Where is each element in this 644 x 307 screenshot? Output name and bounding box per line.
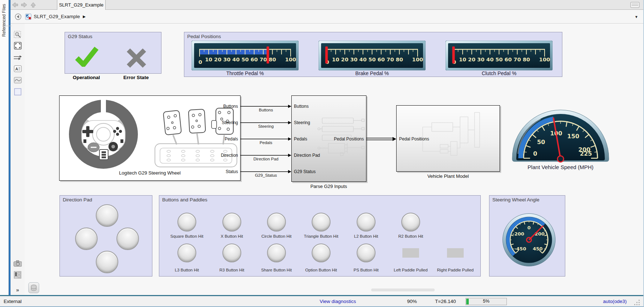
up-icon[interactable] — [30, 2, 36, 8]
dpad-down-lamp[interactable] — [96, 251, 118, 273]
view-diagnostics-link[interactable]: View diagnostics — [320, 299, 356, 304]
share-button-lamp[interactable] — [267, 243, 286, 262]
forward-icon[interactable] — [21, 2, 27, 8]
in-port-steering: Steering — [294, 120, 337, 126]
hide-navigation-icon[interactable] — [15, 13, 21, 20]
lamp-label: L2 Button Hit — [345, 234, 387, 238]
x-button-lamp[interactable] — [222, 213, 241, 232]
svg-text:30: 30 — [477, 57, 484, 62]
toolbar-divider — [3, 26, 12, 26]
g29-wheel-illustration — [62, 99, 238, 169]
lamp-label: Option Button Hit — [300, 268, 342, 272]
throttle-gauge[interactable]: 01020304050607080100 — [192, 41, 299, 70]
annotation-icon[interactable]: A — [13, 65, 22, 73]
progress-bar: 5% — [465, 298, 507, 305]
left-paddle-indicator[interactable] — [402, 248, 419, 258]
triangle-button-lamp[interactable] — [312, 213, 331, 232]
lamp-label: X Button Hit — [210, 234, 253, 238]
signal-label: G29_Status — [244, 173, 288, 177]
status-bar: External View diagnostics 90% T=26.140 5… — [0, 295, 644, 307]
progress-percent: 5% — [466, 299, 506, 304]
svg-text:100: 100 — [539, 57, 550, 62]
error-state-label: Error State — [111, 75, 161, 80]
svg-text:30: 30 — [223, 57, 230, 62]
svg-text:-200: -200 — [512, 231, 524, 237]
l3-button-lamp[interactable] — [177, 243, 196, 262]
square-button-lamp[interactable] — [177, 213, 196, 232]
parse-block-label: Parse G29 Inputs — [274, 184, 383, 189]
chevron-down-icon[interactable]: ▼ — [635, 15, 638, 19]
signal-label: Steering — [244, 124, 288, 128]
svg-text:70: 70 — [260, 57, 267, 62]
signal-label: Buttons — [244, 108, 288, 112]
more-tools-icon[interactable]: » — [13, 286, 22, 294]
referenced-files-label: Referenced Files — [1, 2, 7, 38]
r3-button-lamp[interactable] — [222, 243, 241, 262]
l2-button-lamp[interactable] — [357, 213, 376, 232]
source-block-label: Logitech G29 Steering Wheel — [95, 170, 204, 176]
lamp-label: Share Button Hit — [255, 268, 298, 272]
out-port-pedals: Pedals — [205, 136, 238, 142]
brake-gauge[interactable]: 01020304050607080100 — [319, 41, 426, 70]
svg-text:40: 40 — [486, 57, 493, 62]
circle-button-lamp[interactable] — [267, 213, 286, 232]
solver-link[interactable]: auto(ode3) — [603, 299, 627, 304]
steering-angle-gauge[interactable]: -450-2000200450 — [502, 213, 556, 267]
svg-text:80: 80 — [269, 57, 276, 62]
breadcrumb[interactable]: SLRT_G29_Example — [34, 14, 80, 19]
plant-vehicle-speed-gauge[interactable]: 050100150200225 — [512, 107, 610, 163]
area-icon[interactable] — [13, 87, 22, 96]
svg-text:80: 80 — [523, 57, 530, 62]
lamp-label: PS Button Hit — [345, 268, 387, 272]
brake-caption: Brake Pedal % — [319, 70, 426, 76]
dpad-right-lamp[interactable] — [116, 228, 139, 250]
signal-label: Pedals — [244, 140, 288, 145]
right-paddle-indicator[interactable] — [447, 248, 464, 258]
ps-button-lamp[interactable] — [357, 243, 376, 262]
panel-title: Buttons and Paddles — [162, 197, 208, 202]
tab-model[interactable]: SLRT_G29_Example — [57, 0, 106, 10]
breadcrumb-expand-icon[interactable]: ▶ — [83, 15, 86, 19]
svg-text:50: 50 — [241, 57, 249, 62]
model-data-button[interactable] — [28, 282, 39, 293]
svg-text:20: 20 — [341, 57, 348, 62]
svg-text:40: 40 — [359, 57, 366, 62]
error-x-icon[interactable] — [126, 48, 147, 68]
out-port-buttons: Buttons — [205, 104, 238, 109]
screenshot-icon[interactable] — [13, 259, 22, 267]
option-button-lamp[interactable] — [312, 243, 331, 262]
out-port-direction: Direction — [205, 153, 238, 158]
clutch-gauge[interactable]: 01020304050607080100 — [446, 41, 553, 70]
speed-gauge-label: Plant Vehicle Speed (MPH) — [506, 164, 615, 170]
out-port-status: Status — [205, 169, 238, 175]
resize-grip-icon[interactable] — [634, 300, 640, 306]
referenced-files-strip[interactable]: Referenced Files — [0, 0, 9, 295]
scope-icon[interactable] — [13, 76, 22, 84]
svg-text:0: 0 — [533, 150, 537, 157]
zoom-in-icon[interactable] — [13, 30, 22, 39]
out-port-pedal-positions: Pedal Positions — [324, 136, 364, 142]
signal-routing-icon[interactable] — [13, 53, 22, 62]
in-port-g29-status: G29 Status — [294, 169, 337, 175]
lamp-label: R3 Button Hit — [210, 268, 253, 272]
model-file-icon — [25, 13, 32, 20]
lamp-label: Triangle Button Hit — [300, 234, 342, 238]
horizontal-scrollbar[interactable] — [371, 288, 435, 291]
operational-label: Operational — [61, 75, 112, 80]
panel-layout-icon[interactable] — [630, 2, 640, 8]
fit-to-view-icon[interactable] — [13, 41, 22, 50]
back-icon[interactable] — [12, 2, 18, 8]
zoom-level: 90% — [407, 299, 417, 304]
dpad-up-lamp[interactable] — [96, 204, 118, 227]
model-browser-icon[interactable] — [13, 271, 22, 279]
signal-label: Direction Pad — [244, 157, 288, 161]
r2-button-lamp[interactable] — [401, 213, 420, 232]
svg-text:10: 10 — [332, 57, 339, 62]
operational-check-icon[interactable] — [75, 46, 99, 67]
lamp-label: R2 Button Hit — [389, 234, 432, 238]
simulation-mode: External — [4, 299, 22, 304]
panel-title: Pedal Positions — [187, 34, 221, 39]
dpad-left-lamp[interactable] — [75, 228, 98, 250]
svg-text:A: A — [15, 67, 18, 71]
svg-text:70: 70 — [514, 57, 521, 62]
